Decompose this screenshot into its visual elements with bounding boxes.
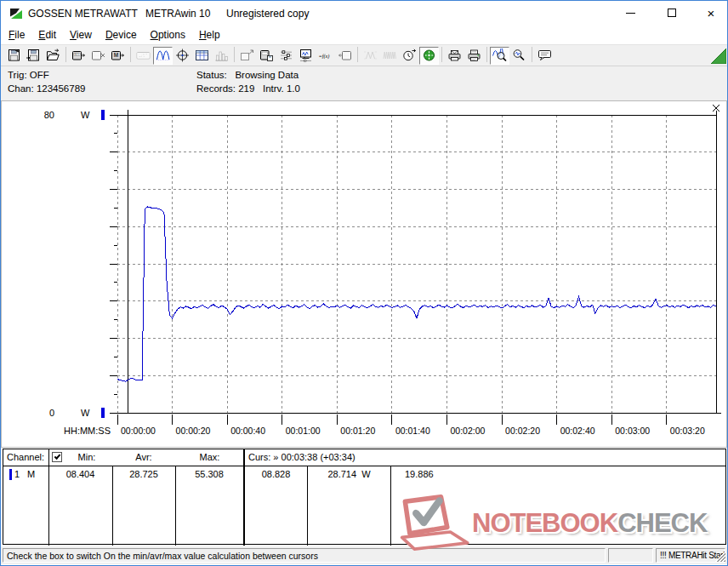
notes-button[interactable] [535,47,555,65]
statusbar-middle [608,548,653,563]
zoom-button[interactable] [509,47,529,65]
crosshair-view-button[interactable] [173,47,192,65]
menu-help[interactable]: Help [192,27,227,43]
value-avr: 28.725 [112,469,175,479]
svg-text:M: M [114,52,118,58]
zoom-curve-button[interactable] [490,47,509,65]
bar-view-button [212,47,231,65]
cursor-table: Channel: Min: Avr: Max: Curs: » 00:03:38… [3,449,726,545]
save-to-device-button[interactable] [257,47,276,65]
x-axis-label: HH:MM:SS [44,426,111,436]
menu-device[interactable]: Device [99,27,144,43]
channel-list: Chan: 123456789 [8,83,85,94]
x-tick-label: 00:03:00 [615,426,650,436]
print-report-button[interactable] [445,47,464,65]
read-device-button[interactable]: 321 [69,47,88,65]
x-tick-label: 00:00:00 [121,426,156,436]
title-bar: GOSSEN METRAWATT METRAwin 10 Unregistere… [1,1,727,26]
save-button[interactable] [4,47,24,65]
power-trace [117,207,716,381]
toolbar-separator [439,47,445,64]
menu-edit[interactable]: Edit [31,27,63,43]
toolbar-separator [63,47,69,64]
print-button[interactable] [464,47,484,65]
toolbar: 321M1257=f(x) [1,44,727,66]
digital-display-view-button: 1257 [134,47,153,65]
x-tick-label: 00:02:40 [560,426,595,436]
y-axis-max-label: 80 [27,110,54,120]
send-device-button [335,47,355,65]
close-icon: × [708,7,715,20]
chart-plot[interactable] [2,101,726,447]
close-button[interactable]: × [698,3,724,22]
menu-view[interactable]: View [63,27,99,43]
col-header-min: Min: [61,452,112,462]
svg-text:=f(x): =f(x) [319,53,330,60]
x-tick-label: 00:00:40 [230,426,265,436]
title-license-status: Unregistered copy [226,8,309,20]
resize-corner-icon [711,49,726,66]
x-tick-label: 00:03:20 [670,426,705,436]
maximize-button[interactable] [659,3,685,22]
title-product-name: METRAwin 10 [145,8,210,20]
wave-expand-button [380,47,400,65]
x-tick-label: 00:01:00 [286,426,321,436]
menu-options[interactable]: Options [144,27,192,43]
x-tick-label: 00:01:40 [395,426,430,436]
menu-bar: File Edit View Device Options Help [1,26,727,44]
wave-compress-button [361,47,380,65]
resize-grip[interactable] [715,552,725,562]
value-unit: W [361,469,370,479]
statusbar-hint: Check the box to switch On the min/avr/m… [3,548,606,563]
read-memory-button[interactable]: M [108,47,128,65]
channel1-range-marker-top[interactable] [101,110,105,120]
x-tick-label: 00:02:20 [505,426,540,436]
monitor-button[interactable] [296,47,316,65]
channel-number: 1 [14,469,20,479]
minimize-icon [626,13,635,14]
interval-timer-button[interactable] [419,47,439,65]
col-header-max: Max: [175,452,244,462]
x-tick-label: 00:02:00 [451,426,486,436]
save-selection-button[interactable] [24,47,43,65]
channel1-range-marker-bottom[interactable] [101,408,105,418]
browse-status: Status: Browsing Data [196,70,299,80]
toolbar-separator [484,47,490,64]
svg-text:321: 321 [75,53,80,56]
export-button [237,47,257,65]
maximize-icon [668,9,676,17]
col-header-avr: Avr: [112,452,175,462]
value-cursor2: 28.714 W [308,469,390,479]
toolbar-separator [355,47,361,64]
value-cursor1: 08.828 [245,469,307,479]
svg-text:1257: 1257 [139,54,148,58]
checkmark-icon [54,453,61,460]
toolbar-separator [128,47,134,64]
col-header-cursor: Curs: » 00:03:38 (+03:34) [248,452,355,462]
channel1-color-bar [9,469,12,480]
trigger-status: Trig: OFF [8,70,49,80]
chart-panel: 80 W 0 W HH:MM:SS 00:00:0000:00:2000:00:… [1,100,727,448]
app-window: GOSSEN METRAWATT METRAwin 10 Unregistere… [0,0,728,566]
col-header-channel: Channel: [7,452,44,462]
app-logo-icon [9,7,23,22]
title-app-name: GOSSEN METRAWATT [28,8,138,20]
clear-device-button [88,47,108,65]
chart-view-button[interactable] [153,47,173,65]
toolbar-separator [231,47,237,64]
time-sync-button[interactable] [400,47,419,65]
open-button[interactable] [43,47,63,65]
formula-button[interactable]: =f(x) [316,47,335,65]
channel-config-button[interactable] [276,47,296,65]
x-tick-label: 00:01:20 [340,426,375,436]
table-view-button[interactable] [192,47,212,65]
minimize-button[interactable] [617,3,643,22]
x-tick-label: 00:00:20 [176,426,211,436]
cursor-2[interactable] [713,105,719,413]
menu-file[interactable]: File [2,27,31,43]
value-min: 08.404 [48,469,112,479]
status-bar: Check the box to switch On the min/avr/m… [1,546,727,564]
records-interval: Records: 219 Intrv. 1.0 [196,83,300,94]
y-axis-min-label: 0 [27,408,54,418]
channel-mode: M [27,469,35,479]
